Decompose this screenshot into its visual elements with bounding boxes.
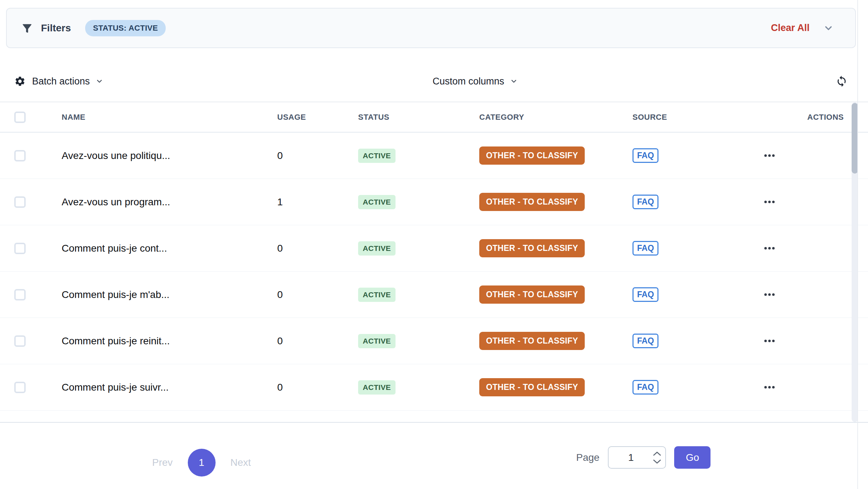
page-right-divider [857, 0, 858, 489]
row-name[interactable]: Comment puis-je m'ab... [62, 289, 277, 300]
refresh-button[interactable] [834, 73, 849, 89]
row-usage-count: 0 [277, 150, 358, 161]
filter-collapse-chevron-icon[interactable] [823, 23, 834, 34]
status-badge: ACTIVE [358, 334, 396, 348]
row-checkbox[interactable] [14, 196, 26, 208]
filter-funnel-icon [21, 22, 33, 34]
source-badge: FAQ [632, 380, 658, 395]
page-number-field [608, 446, 666, 469]
gear-icon [14, 76, 26, 87]
data-table: NAME USAGE STATUS CATEGORY SOURCE ACTION… [0, 102, 868, 423]
next-page-button[interactable]: Next [231, 457, 251, 468]
category-badge[interactable]: OTHER - TO CLASSIFY [479, 378, 585, 396]
row-checkbox[interactable] [14, 335, 26, 347]
row-name[interactable]: Comment puis-je cont... [62, 243, 277, 254]
pagination-jump: Page Go [576, 446, 711, 469]
partially-visible-row [0, 411, 868, 422]
row-actions-menu-button[interactable] [764, 154, 776, 157]
stepper-down-icon[interactable] [653, 459, 661, 464]
table-toolbar: Batch actions Custom columns [0, 70, 868, 93]
row-checkbox[interactable] [14, 243, 26, 254]
custom-columns-dropdown[interactable]: Custom columns [433, 70, 518, 93]
current-page-button[interactable]: 1 [188, 449, 216, 477]
page-stepper [653, 451, 661, 464]
row-checkbox[interactable] [14, 150, 26, 161]
row-usage-count: 0 [277, 243, 358, 254]
column-header-category[interactable]: CATEGORY [479, 113, 632, 122]
row-actions-menu-button[interactable] [764, 386, 776, 388]
filter-bar: Filters STATUS: ACTIVE Clear All [6, 8, 856, 48]
table-body: Avez-vous une politiqu... 0 ACTIVE OTHER… [0, 133, 868, 411]
stepper-up-icon[interactable] [653, 451, 661, 456]
refresh-icon [836, 75, 848, 87]
row-actions-menu-button[interactable] [764, 201, 776, 203]
row-usage-count: 0 [277, 289, 358, 300]
row-checkbox[interactable] [14, 289, 26, 300]
row-usage-count: 0 [277, 335, 358, 347]
row-name[interactable]: Avez-vous un program... [62, 196, 277, 208]
status-badge: ACTIVE [358, 380, 396, 395]
row-usage-count: 1 [277, 196, 358, 208]
chevron-down-icon [95, 77, 103, 85]
column-header-usage[interactable]: USAGE [277, 113, 358, 122]
row-name[interactable]: Comment puis-je reinit... [62, 335, 277, 347]
category-badge[interactable]: OTHER - TO CLASSIFY [479, 332, 585, 350]
column-header-source[interactable]: SOURCE [632, 113, 764, 122]
page-label: Page [576, 452, 599, 463]
active-filter-chip[interactable]: STATUS: ACTIVE [85, 20, 166, 36]
source-badge: FAQ [632, 195, 658, 209]
status-badge: ACTIVE [358, 149, 396, 163]
row-checkbox[interactable] [14, 382, 26, 393]
column-header-status[interactable]: STATUS [358, 113, 479, 122]
table-row: Comment puis-je suivr... 0 ACTIVE OTHER … [0, 364, 868, 411]
batch-actions-dropdown[interactable]: Batch actions [14, 70, 103, 93]
row-actions-menu-button[interactable] [764, 340, 776, 342]
table-row: Comment puis-je reinit... 0 ACTIVE OTHER… [0, 318, 868, 364]
table-row: Comment puis-je m'ab... 0 ACTIVE OTHER -… [0, 272, 868, 318]
select-all-checkbox[interactable] [14, 112, 26, 123]
category-badge[interactable]: OTHER - TO CLASSIFY [479, 239, 585, 257]
category-badge[interactable]: OTHER - TO CLASSIFY [479, 193, 585, 211]
table-row: Comment puis-je cont... 0 ACTIVE OTHER -… [0, 225, 868, 272]
source-badge: FAQ [632, 334, 658, 348]
table-row: Avez-vous un program... 1 ACTIVE OTHER -… [0, 179, 868, 225]
batch-actions-label: Batch actions [32, 76, 90, 87]
row-usage-count: 0 [277, 382, 358, 393]
prev-page-button[interactable]: Prev [152, 457, 173, 468]
source-badge: FAQ [632, 287, 658, 302]
page-number-input[interactable] [609, 452, 653, 463]
row-name[interactable]: Comment puis-je suivr... [62, 382, 277, 393]
category-badge[interactable]: OTHER - TO CLASSIFY [479, 285, 585, 304]
chevron-down-icon [510, 77, 518, 85]
row-name[interactable]: Avez-vous une politiqu... [62, 150, 277, 161]
source-badge: FAQ [632, 241, 658, 256]
status-badge: ACTIVE [358, 288, 396, 302]
column-header-name[interactable]: NAME [62, 113, 277, 122]
clear-all-button[interactable]: Clear All [771, 22, 810, 34]
status-badge: ACTIVE [358, 241, 396, 256]
source-badge: FAQ [632, 148, 658, 163]
status-badge: ACTIVE [358, 195, 396, 209]
filters-title: Filters [41, 22, 71, 34]
pagination-pages: Prev 1 Next [152, 449, 251, 477]
custom-columns-label: Custom columns [433, 76, 504, 87]
row-actions-menu-button[interactable] [764, 247, 776, 249]
go-button[interactable]: Go [674, 446, 711, 469]
table-row: Avez-vous une politiqu... 0 ACTIVE OTHER… [0, 133, 868, 179]
table-header-row: NAME USAGE STATUS CATEGORY SOURCE ACTION… [0, 102, 868, 133]
row-actions-menu-button[interactable] [764, 293, 776, 296]
category-badge[interactable]: OTHER - TO CLASSIFY [479, 146, 585, 165]
